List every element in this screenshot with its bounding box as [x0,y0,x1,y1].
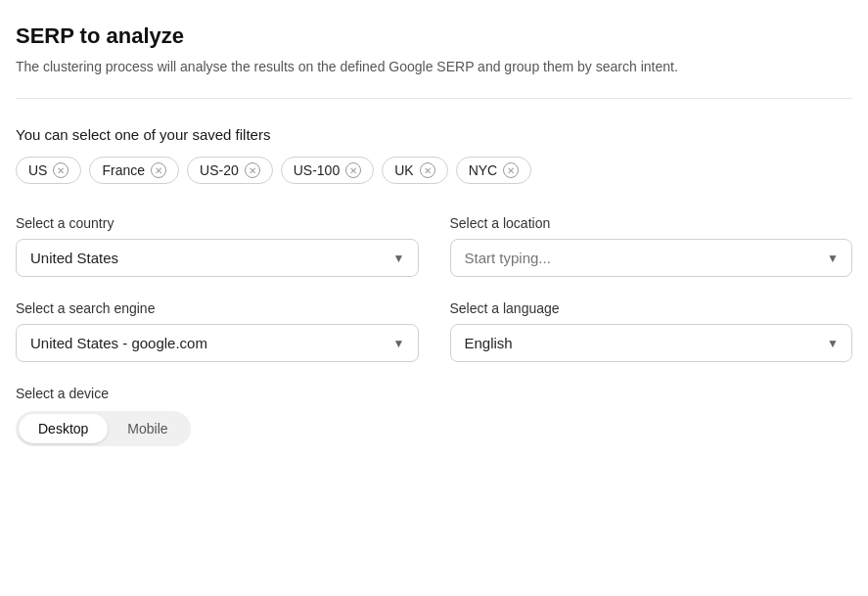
filter-chip-france[interactable]: France ✕ [89,157,179,184]
chip-close-france[interactable]: ✕ [151,162,166,178]
country-select[interactable]: United States France United Kingdom [16,239,419,277]
device-desktop-button[interactable]: Desktop [19,414,108,443]
language-select-wrapper: English French Spanish ▼ [450,324,853,362]
device-mobile-button[interactable]: Mobile [108,414,187,443]
filter-chip-uk[interactable]: UK ✕ [382,157,447,184]
location-input[interactable] [450,239,853,277]
country-select-wrapper: United States France United Kingdom ▼ [16,239,419,277]
form-grid: Select a country United States France Un… [16,215,852,362]
chip-close-nyc[interactable]: ✕ [503,162,519,178]
device-toggle: Desktop Mobile [16,411,191,446]
filter-chip-nyc[interactable]: NYC ✕ [456,157,532,184]
search-engine-select-wrapper: United States - google.com France - goog… [16,324,419,362]
page-subtitle: The clustering process will analyse the … [16,59,852,74]
chip-label-uk: UK [394,162,413,178]
location-select-wrapper: ▼ [450,239,853,277]
country-label: Select a country [16,215,419,231]
page-title: SERP to analyze [16,23,852,49]
filter-chip-us100[interactable]: US-100 ✕ [281,157,374,184]
language-group: Select a language English French Spanish… [450,300,853,362]
chip-label-us100: US-100 [294,162,340,178]
filters-section-label: You can select one of your saved filters [16,126,852,143]
chip-close-uk[interactable]: ✕ [420,162,435,178]
chip-close-us100[interactable]: ✕ [345,162,361,178]
filter-chips-container: US ✕ France ✕ US-20 ✕ US-100 ✕ UK ✕ NYC … [16,157,852,184]
search-engine-label: Select a search engine [16,300,419,316]
location-group: Select a location ▼ [450,215,853,277]
section-divider [16,98,852,99]
chip-close-us20[interactable]: ✕ [245,162,260,178]
filter-chip-us20[interactable]: US-20 ✕ [187,157,273,184]
language-label: Select a language [450,300,853,316]
country-group: Select a country United States France Un… [16,215,419,277]
chip-label-us: US [28,162,47,178]
search-engine-group: Select a search engine United States - g… [16,300,419,362]
search-engine-select[interactable]: United States - google.com France - goog… [16,324,419,362]
device-label: Select a device [16,386,852,401]
chip-label-nyc: NYC [469,162,498,178]
chip-close-us[interactable]: ✕ [53,162,69,178]
chip-label-france: France [102,162,145,178]
language-select[interactable]: English French Spanish [450,324,853,362]
filter-chip-us[interactable]: US ✕ [16,157,81,184]
device-section: Select a device Desktop Mobile [16,386,852,446]
chip-label-us20: US-20 [200,162,239,178]
location-label: Select a location [450,215,853,231]
